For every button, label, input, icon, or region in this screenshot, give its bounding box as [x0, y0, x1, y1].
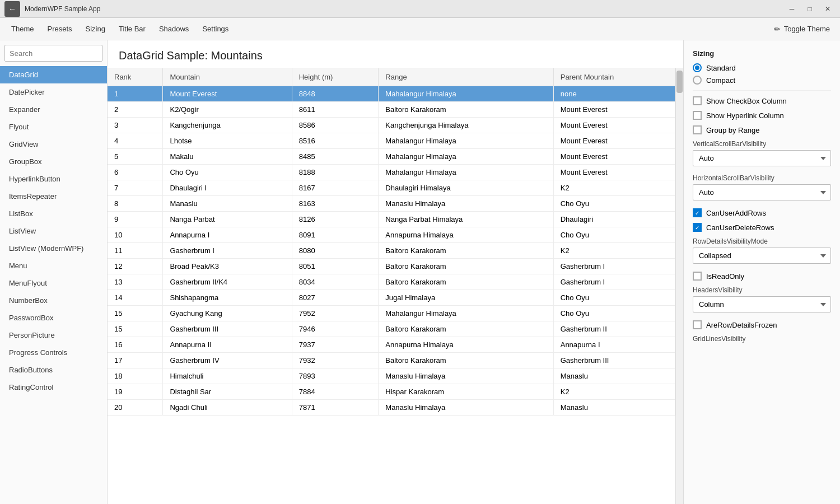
- sidebar-item-expander[interactable]: Expander: [0, 101, 107, 118]
- cell-height: 7884: [292, 384, 379, 400]
- cell-range: Kangchenjunga Himalaya: [379, 118, 553, 133]
- cell-rank: 3: [108, 118, 163, 133]
- search-input[interactable]: [5, 46, 108, 60]
- table-row[interactable]: 9Nanga Parbat8126Nanga Parbat HimalayaDh…: [108, 212, 675, 227]
- radio-standard-label: Standard: [706, 64, 736, 72]
- cell-height: 7871: [292, 400, 379, 416]
- sidebar-item-datepicker[interactable]: DatePicker: [0, 83, 107, 101]
- table-row[interactable]: 12Broad Peak/K38051Baltoro KarakoramGash…: [108, 259, 675, 274]
- sidebar-item-listview-modernwpf[interactable]: ListView (ModernWPF): [0, 240, 107, 257]
- table-row[interactable]: 11Gasherbrum I8080Baltoro KarakoramK2: [108, 243, 675, 259]
- sidebar-item-datagrid[interactable]: DataGrid: [0, 66, 107, 83]
- checkbox-show-hyperlink-col-label: Show Hyperlink Column: [706, 111, 784, 120]
- sidebar-item-itemsrepeater[interactable]: ItemsRepeater: [0, 188, 107, 205]
- sidebar-item-flyout[interactable]: Flyout: [0, 118, 107, 136]
- table-row[interactable]: 5Makalu8485Mahalangur HimalayaMount Ever…: [108, 149, 675, 165]
- horizontal-scrollbar-select[interactable]: Auto Visible Hidden Disabled: [693, 184, 831, 200]
- sidebar-item-gridview[interactable]: GridView: [0, 136, 107, 153]
- datagrid-scroll[interactable]: Rank Mountain Height (m) Range Parent Mo…: [108, 68, 675, 504]
- table-header-row: Rank Mountain Height (m) Range Parent Mo…: [108, 68, 675, 86]
- sidebar-item-groupbox[interactable]: GroupBox: [0, 153, 107, 170]
- sidebar-item-passwordbox[interactable]: PasswordBox: [0, 309, 107, 326]
- menu-settings[interactable]: Settings: [195, 21, 235, 36]
- table-row[interactable]: 14Shishapangma8027Jugal HimalayaCho Oyu: [108, 290, 675, 306]
- table-row[interactable]: 10Annapurna I8091Annapurna HimalayaCho O…: [108, 227, 675, 243]
- menu-titlebar[interactable]: Title Bar: [112, 21, 152, 36]
- cell-parent: Mount Everest: [553, 165, 675, 180]
- table-row[interactable]: 15Gyachung Kang7952Mahalangur HimalayaCh…: [108, 306, 675, 321]
- checkbox-group-by-range-box: [693, 125, 702, 134]
- table-row[interactable]: 8Manaslu8163Manaslu HimalayaCho Oyu: [108, 196, 675, 212]
- sidebar-item-hyperlinkbutton[interactable]: HyperlinkButton: [0, 170, 107, 188]
- sidebar-item-listbox[interactable]: ListBox: [0, 205, 107, 222]
- cell-height: 8188: [292, 165, 379, 180]
- table-row[interactable]: 1Mount Everest8848Mahalangur Himalayanon…: [108, 86, 675, 102]
- table-row[interactable]: 20Ngadi Chuli7871Manaslu HimalayaManaslu: [108, 400, 675, 416]
- cell-mountain: Distaghil Sar: [163, 384, 292, 400]
- cell-mountain: Nanga Parbat: [163, 212, 292, 227]
- cell-rank: 18: [108, 368, 163, 384]
- search-box: 🔍: [4, 45, 102, 62]
- cell-mountain: Gasherbrum III: [163, 321, 292, 337]
- table-row[interactable]: 19Distaghil Sar7884Hispar KarakoramK2: [108, 384, 675, 400]
- table-row[interactable]: 2K2/Qogir8611Baltoro KarakoramMount Ever…: [108, 102, 675, 118]
- back-button[interactable]: ←: [4, 1, 20, 17]
- cell-mountain: Gyachung Kang: [163, 306, 292, 321]
- headers-visibility-select[interactable]: Column Row All None: [693, 296, 831, 312]
- table-row[interactable]: 16Annapurna II7937Annapurna HimalayaAnna…: [108, 337, 675, 353]
- checkbox-group-by-range[interactable]: Group by Range: [693, 125, 831, 134]
- cell-height: 7932: [292, 353, 379, 368]
- maximize-button[interactable]: □: [802, 3, 818, 15]
- radio-compact-indicator: [693, 76, 702, 85]
- cell-range: Baltoro Karakoram: [379, 321, 553, 337]
- cell-parent: Manaslu: [553, 400, 675, 416]
- toggle-theme-button[interactable]: ✏ Toggle Theme: [768, 21, 836, 37]
- sidebar-item-menu[interactable]: Menu: [0, 257, 107, 274]
- sidebar-item-radiobuttons[interactable]: RadioButtons: [0, 361, 107, 379]
- close-button[interactable]: ✕: [820, 3, 836, 15]
- menu-sizing[interactable]: Sizing: [79, 21, 112, 36]
- sidebar-item-personpicture[interactable]: PersonPicture: [0, 326, 107, 344]
- checkbox-are-row-details-frozen-box: [693, 320, 702, 329]
- table-row[interactable]: 18Himalchuli7893Manaslu HimalayaManaslu: [108, 368, 675, 384]
- cell-parent: Gasherbrum II: [553, 321, 675, 337]
- sidebar-item-progress-controls[interactable]: Progress Controls: [0, 344, 107, 361]
- datagrid-vertical-scrollbar[interactable]: [675, 68, 683, 504]
- sidebar-item-menuflyout[interactable]: MenuFlyout: [0, 274, 107, 292]
- cell-height: 8586: [292, 118, 379, 133]
- table-row[interactable]: 4Lhotse8516Mahalangur HimalayaMount Ever…: [108, 133, 675, 149]
- sidebar-item-listview[interactable]: ListView: [0, 222, 107, 240]
- row-details-visibility-group: RowDetailsVisibilityMode Collapsed Visib…: [693, 237, 831, 264]
- cell-height: 8163: [292, 196, 379, 212]
- radio-compact[interactable]: Compact: [693, 76, 831, 85]
- checkbox-show-checkbox-col[interactable]: Show CheckBox Column: [693, 96, 831, 105]
- cell-height: 8051: [292, 259, 379, 274]
- checkbox-can-user-delete-rows[interactable]: ✓ CanUserDeleteRows: [693, 223, 831, 232]
- vertical-scrollbar-select[interactable]: Auto Visible Hidden Disabled: [693, 150, 831, 166]
- sidebar-item-ratingcontrol[interactable]: RatingControl: [0, 379, 107, 396]
- menu-theme[interactable]: Theme: [4, 21, 40, 36]
- row-details-visibility-select[interactable]: Collapsed Visible VisibleWhenSelected: [693, 248, 831, 264]
- cell-mountain: Gasherbrum II/K4: [163, 274, 292, 290]
- checkbox-can-user-add-rows[interactable]: ✓ CanUserAddRows: [693, 208, 831, 217]
- cell-rank: 15: [108, 321, 163, 337]
- table-row[interactable]: 7Dhaulagiri I8167Dhaulagiri HimalayaK2: [108, 180, 675, 196]
- checkbox-are-row-details-frozen[interactable]: AreRowDetailsFrozen: [693, 320, 831, 329]
- table-row[interactable]: 3Kangchenjunga8586Kangchenjunga Himalaya…: [108, 118, 675, 133]
- cell-range: Mahalangur Himalaya: [379, 306, 553, 321]
- cell-mountain: Cho Oyu: [163, 165, 292, 180]
- checkbox-can-user-add-rows-label: CanUserAddRows: [706, 209, 766, 217]
- sidebar: 🔍 DataGrid DatePicker Expander Flyout Gr…: [0, 40, 108, 504]
- radio-standard[interactable]: Standard: [693, 63, 831, 72]
- minimize-button[interactable]: ─: [784, 3, 800, 15]
- table-row[interactable]: 15Gasherbrum III7946Baltoro KarakoramGas…: [108, 321, 675, 337]
- menu-presets[interactable]: Presets: [40, 21, 78, 36]
- menu-shadows[interactable]: Shadows: [152, 21, 195, 36]
- table-row[interactable]: 6Cho Oyu8188Mahalangur HimalayaMount Eve…: [108, 165, 675, 180]
- checkbox-is-readonly[interactable]: IsReadOnly: [693, 272, 831, 281]
- checkbox-show-hyperlink-col[interactable]: Show Hyperlink Column: [693, 111, 831, 120]
- table-row[interactable]: 13Gasherbrum II/K48034Baltoro KarakoramG…: [108, 274, 675, 290]
- table-row[interactable]: 17Gasherbrum IV7932Baltoro KarakoramGash…: [108, 353, 675, 368]
- sidebar-item-numberbox[interactable]: NumberBox: [0, 292, 107, 309]
- radio-compact-label: Compact: [706, 76, 735, 85]
